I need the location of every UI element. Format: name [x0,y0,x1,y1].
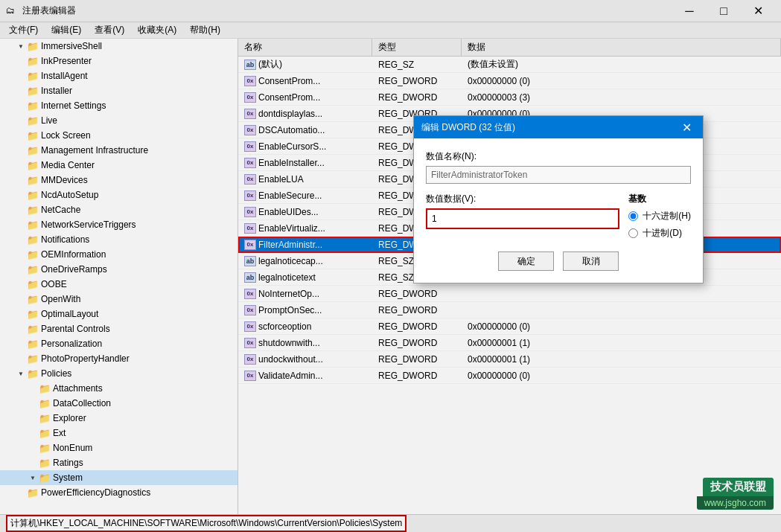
dialog-body: 数值名称(N): 数值数据(V): 基数 十六进制(H) 十进制(D) [414,138,703,283]
dialog-value-label: 数值数据(V): [426,193,619,205]
dialog-name-label: 数值名称(N): [426,150,691,163]
dialog-name-input[interactable] [426,166,691,184]
hex-radio[interactable] [628,211,638,221]
dialog-title: 编辑 DWORD (32 位值) [421,121,678,134]
dialog-overlay: 编辑 DWORD (32 位值) ✕ 数值名称(N): 数值数据(V): 基数 … [0,0,781,532]
dec-radio[interactable] [628,228,638,238]
dialog-buttons: 确定 取消 [426,251,691,271]
dialog-title-bar: 编辑 DWORD (32 位值) ✕ [414,116,703,138]
dialog-value-section: 数值数据(V): [426,193,619,229]
dec-radio-text: 十进制(D) [643,227,682,240]
dialog-value-input[interactable] [426,208,619,229]
edit-dword-dialog: 编辑 DWORD (32 位值) ✕ 数值名称(N): 数值数据(V): 基数 … [413,115,704,283]
dialog-ok-button[interactable]: 确定 [498,251,554,271]
dialog-base-label: 基数 [628,193,691,205]
dialog-cancel-button[interactable]: 取消 [563,251,619,271]
dialog-close-button[interactable]: ✕ [678,118,695,136]
dialog-value-row: 数值数据(V): 基数 十六进制(H) 十进制(D) [426,193,691,240]
dec-radio-label[interactable]: 十进制(D) [628,227,691,240]
hex-radio-label[interactable]: 十六进制(H) [628,210,691,222]
hex-radio-text: 十六进制(H) [643,210,691,222]
dialog-base-section: 基数 十六进制(H) 十进制(D) [628,193,691,240]
